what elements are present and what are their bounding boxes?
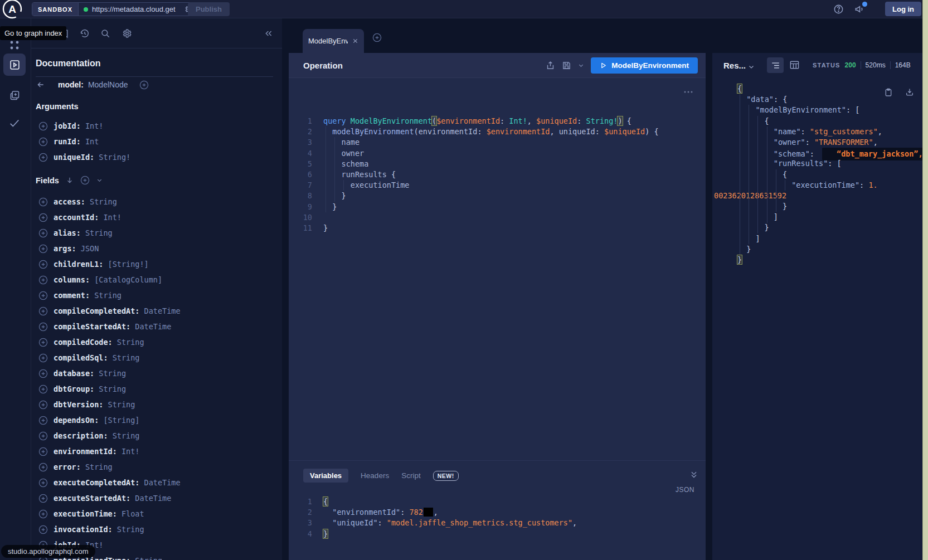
checks-nav-icon[interactable]	[3, 112, 26, 134]
login-button[interactable]: Log in	[885, 2, 921, 16]
field-name: environmentId:	[54, 447, 122, 456]
fields-options-chevron-icon[interactable]	[96, 177, 103, 183]
add-field-plus-icon[interactable]	[38, 384, 48, 394]
field-row[interactable]: compiledCode: String	[31, 334, 282, 350]
field-row[interactable]: comment: String	[31, 288, 282, 303]
response-line: "name": "stg_customers",	[712, 126, 922, 137]
field-row[interactable]: environmentId: Int!	[31, 444, 282, 459]
settings-gear-icon[interactable]	[119, 26, 135, 41]
tab-script[interactable]: Script	[401, 471, 421, 480]
field-type: String	[113, 353, 140, 362]
add-field-plus-icon[interactable]	[38, 431, 48, 441]
field-name: access:	[54, 197, 90, 206]
response-title: Res...	[723, 61, 746, 70]
field-row[interactable]: executionTime: Float	[31, 506, 282, 522]
table-view-toggle-icon[interactable]	[789, 60, 800, 70]
field-type: [String]	[103, 416, 139, 425]
history-icon[interactable]	[77, 26, 93, 41]
add-field-plus-icon[interactable]	[38, 478, 48, 488]
field-row[interactable]: compiledSql: String	[31, 350, 282, 366]
add-field-plus-icon[interactable]	[38, 338, 48, 347]
field-row[interactable]: invocationId: String	[31, 522, 282, 537]
new-tab-plus-icon[interactable]	[370, 31, 383, 44]
argument-type: Int!	[85, 121, 104, 130]
field-row[interactable]: executeStartedAt: DateTime	[31, 490, 282, 506]
operation-editor[interactable]: 1query ModelByEnvironment($environmentId…	[289, 78, 706, 460]
field-row[interactable]: dbtGroup: String	[31, 381, 282, 397]
add-field-plus-icon[interactable]	[38, 462, 48, 472]
field-row[interactable]: compileCompletedAt: DateTime	[31, 303, 282, 319]
endpoint-url-field[interactable]: https://metadata.cloud.get	[79, 3, 197, 16]
field-row[interactable]: description: String	[31, 428, 282, 444]
add-field-plus-icon[interactable]	[38, 447, 48, 456]
add-field-plus-icon[interactable]	[38, 260, 48, 269]
collapse-variables-icon[interactable]	[690, 471, 698, 479]
schema-diff-icon[interactable]	[3, 84, 26, 106]
save-options-chevron-icon[interactable]	[578, 62, 584, 69]
plus-circle-icon	[38, 462, 48, 472]
field-row[interactable]: accountId: Int!	[31, 210, 282, 225]
field-row[interactable]: alias: String	[31, 225, 282, 241]
field-type: DateTime	[144, 306, 181, 315]
json-view-toggle-icon[interactable]	[767, 57, 784, 73]
field-row[interactable]: executeCompletedAt: DateTime	[31, 475, 282, 490]
tab-modelbyenvironment[interactable]: ModelByEnvi...	[303, 29, 364, 53]
field-row[interactable]: columns: [CatalogColumn]	[31, 272, 282, 288]
code-line: 1{	[289, 496, 706, 507]
close-tab-icon[interactable]	[352, 38, 358, 44]
sort-fields-icon[interactable]	[66, 176, 74, 184]
response-line: ]	[712, 212, 922, 222]
response-dropdown-chevron-icon[interactable]	[748, 64, 755, 70]
run-operation-button[interactable]: ModelByEnvironment	[591, 57, 698, 74]
field-row[interactable]: compileStartedAt: DateTime	[31, 319, 282, 334]
add-field-plus-icon[interactable]	[38, 275, 48, 285]
field-row[interactable]: error: String	[31, 459, 282, 475]
apollo-logo[interactable]: A	[1, 0, 23, 20]
add-field-plus-icon[interactable]	[38, 369, 48, 378]
add-field-plus-icon[interactable]	[38, 400, 48, 410]
add-argument-plus-icon[interactable]	[38, 121, 48, 131]
add-field-plus-icon[interactable]	[38, 306, 48, 316]
plus-circle-icon	[38, 525, 48, 534]
add-field-plus-icon[interactable]	[38, 213, 48, 222]
add-field-plus-icon[interactable]	[38, 509, 48, 519]
variables-editor[interactable]: 1{2 "environmentId": 782,3 "uniqueId": "…	[289, 496, 706, 560]
add-field-plus-icon[interactable]	[38, 525, 48, 534]
tab-variables[interactable]: Variables	[303, 469, 348, 483]
add-field-plus-icon[interactable]	[38, 291, 48, 300]
collapse-panel-icon[interactable]	[261, 26, 276, 41]
editor-options-ellipsis-icon[interactable]	[683, 89, 693, 95]
add-field-plus-icon[interactable]	[38, 322, 48, 332]
add-field-plus-icon[interactable]	[139, 80, 149, 90]
field-row[interactable]: childrenL1: [String!]	[31, 256, 282, 272]
field-row[interactable]: dependsOn: [String]	[31, 412, 282, 428]
add-all-fields-plus-icon[interactable]	[80, 176, 90, 185]
add-field-plus-icon[interactable]	[38, 416, 48, 425]
field-row[interactable]: dbtVersion: String	[31, 397, 282, 412]
argument-row[interactable]: jobId: Int!	[31, 118, 282, 134]
add-field-plus-icon[interactable]	[38, 244, 48, 254]
field-row[interactable]: args: JSON	[31, 241, 282, 256]
field-row[interactable]: access: String	[31, 194, 282, 210]
share-operation-icon[interactable]	[546, 60, 555, 71]
add-field-plus-icon[interactable]	[38, 197, 48, 207]
argument-row[interactable]: uniqueId: String!	[31, 149, 282, 165]
back-arrow-icon[interactable]	[36, 80, 46, 89]
search-icon[interactable]	[98, 26, 113, 41]
field-name: compiledCode:	[54, 338, 117, 347]
help-icon[interactable]	[833, 4, 844, 14]
add-field-plus-icon[interactable]	[38, 353, 48, 363]
explorer-nav-icon[interactable]	[3, 53, 26, 76]
add-argument-plus-icon[interactable]	[38, 153, 48, 162]
add-field-plus-icon[interactable]	[38, 228, 48, 238]
add-argument-plus-icon[interactable]	[38, 137, 48, 147]
add-field-plus-icon[interactable]	[38, 494, 48, 503]
tab-headers[interactable]: Headers	[361, 471, 389, 480]
breadcrumb-type-name[interactable]: ModelNode	[88, 80, 128, 89]
fields-list: access: StringaccountId: Int!alias: Stri…	[31, 194, 282, 560]
announcements-icon[interactable]	[854, 4, 866, 14]
argument-row[interactable]: runId: Int	[31, 134, 282, 149]
publish-button[interactable]: Publish	[188, 2, 230, 16]
save-operation-icon[interactable]	[562, 61, 571, 70]
field-row[interactable]: database: String	[31, 366, 282, 381]
